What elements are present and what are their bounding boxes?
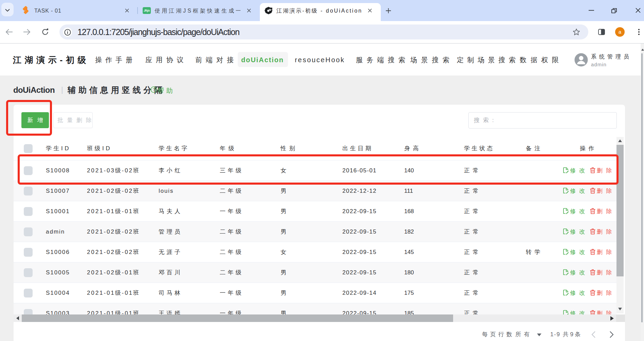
svg-text:?: ? (153, 87, 155, 92)
